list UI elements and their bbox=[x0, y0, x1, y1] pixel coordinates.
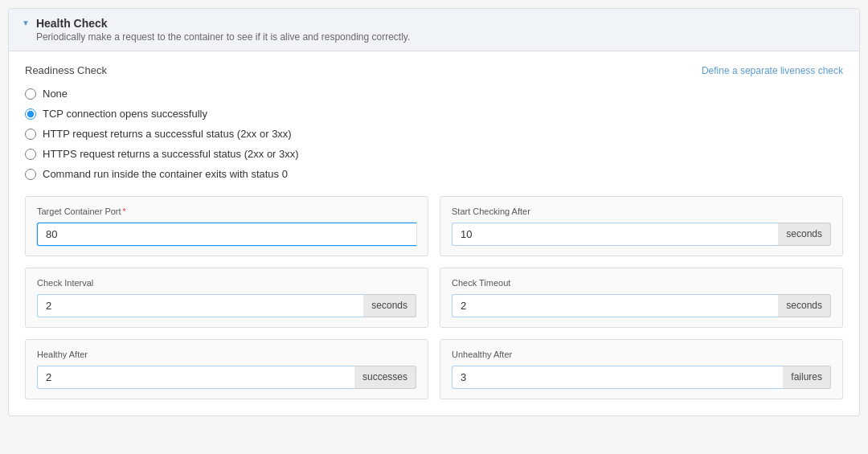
check-interval-suffix: seconds bbox=[363, 294, 416, 317]
target-port-label: Target Container Port * bbox=[37, 207, 416, 216]
radio-https-input[interactable] bbox=[25, 149, 36, 160]
radio-tcp-input[interactable] bbox=[25, 108, 36, 120]
target-port-box: Target Container Port * bbox=[25, 196, 428, 256]
healthy-after-input[interactable] bbox=[37, 366, 354, 389]
check-timeout-label: Check Timeout bbox=[452, 278, 831, 288]
radio-https-label: HTTPS request returns a successful statu… bbox=[43, 148, 299, 160]
health-check-subtitle: Periodically make a request to the conta… bbox=[36, 31, 410, 43]
target-port-input[interactable] bbox=[37, 223, 416, 246]
healthy-after-input-group: successes bbox=[37, 366, 416, 389]
health-check-title: Health Check bbox=[36, 17, 410, 30]
unhealthy-after-input-group: failures bbox=[452, 366, 831, 389]
start-checking-label: Start Checking After bbox=[452, 207, 831, 216]
required-star: * bbox=[123, 207, 126, 216]
healthy-after-box: Healthy After successes bbox=[25, 339, 428, 399]
radio-http-input[interactable] bbox=[25, 129, 36, 140]
readiness-row: Readiness Check Define a separate livene… bbox=[25, 64, 843, 76]
health-check-panel: ▼ Health Check Periodically make a reque… bbox=[8, 8, 860, 416]
readiness-label: Readiness Check bbox=[25, 64, 107, 76]
radio-tcp-label: TCP connection opens successfully bbox=[43, 108, 207, 120]
healthy-after-suffix: successes bbox=[354, 366, 416, 389]
radio-http-label: HTTP request returns a successful status… bbox=[43, 128, 292, 140]
check-timeout-box: Check Timeout seconds bbox=[440, 268, 843, 328]
radio-none[interactable]: None bbox=[25, 88, 843, 100]
check-interval-input[interactable] bbox=[37, 294, 363, 317]
start-checking-box: Start Checking After seconds bbox=[440, 196, 843, 256]
start-checking-input-group: seconds bbox=[452, 223, 831, 246]
radio-none-label: None bbox=[43, 88, 68, 100]
unhealthy-after-label: Unhealthy After bbox=[452, 350, 831, 359]
radio-none-input[interactable] bbox=[25, 88, 36, 100]
target-port-input-group bbox=[37, 223, 416, 246]
main-content: Readiness Check Define a separate livene… bbox=[9, 51, 859, 415]
radio-http[interactable]: HTTP request returns a successful status… bbox=[25, 128, 843, 140]
start-checking-suffix: seconds bbox=[778, 223, 831, 246]
check-interval-box: Check Interval seconds bbox=[25, 268, 428, 328]
check-interval-label: Check Interval bbox=[37, 278, 416, 288]
radio-https[interactable]: HTTPS request returns a successful statu… bbox=[25, 148, 843, 160]
check-timeout-suffix: seconds bbox=[778, 294, 831, 317]
define-liveness-link[interactable]: Define a separate liveness check bbox=[702, 65, 843, 76]
healthy-after-label: Healthy After bbox=[37, 350, 416, 359]
radio-cmd-label: Command run inside the container exits w… bbox=[43, 168, 288, 180]
radio-cmd[interactable]: Command run inside the container exits w… bbox=[25, 168, 843, 180]
health-check-header: ▼ Health Check Periodically make a reque… bbox=[9, 9, 859, 51]
radio-tcp[interactable]: TCP connection opens successfully bbox=[25, 108, 843, 120]
radio-cmd-input[interactable] bbox=[25, 169, 36, 180]
unhealthy-after-input[interactable] bbox=[452, 366, 783, 389]
check-timeout-input[interactable] bbox=[452, 294, 778, 317]
header-text: Health Check Periodically make a request… bbox=[36, 17, 410, 43]
check-timeout-input-group: seconds bbox=[452, 294, 831, 317]
unhealthy-after-suffix: failures bbox=[783, 366, 831, 389]
fields-grid: Target Container Port * Start Checking A… bbox=[25, 196, 843, 399]
start-checking-input[interactable] bbox=[452, 223, 778, 246]
check-interval-input-group: seconds bbox=[37, 294, 416, 317]
collapse-icon[interactable]: ▼ bbox=[22, 18, 30, 27]
radio-group: None TCP connection opens successfully H… bbox=[25, 88, 843, 180]
unhealthy-after-box: Unhealthy After failures bbox=[440, 339, 843, 399]
